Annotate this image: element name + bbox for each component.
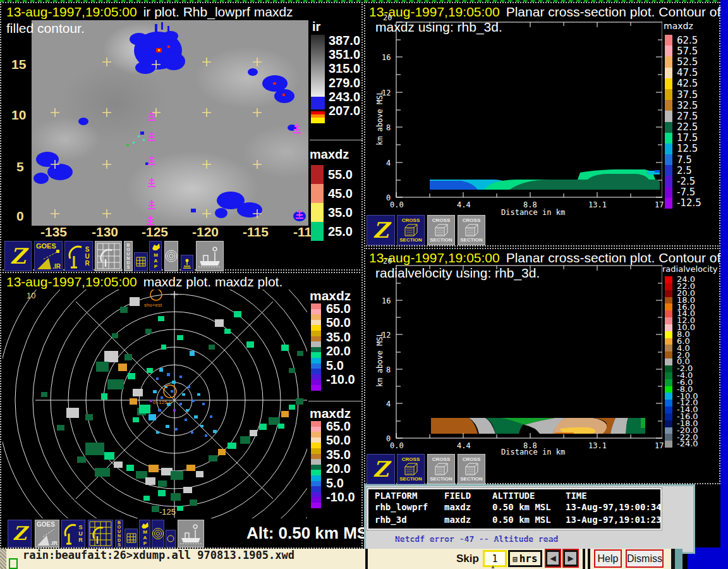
colorbar-swatch — [665, 420, 672, 427]
satellite-image[interactable] — [32, 20, 308, 226]
azimuth-rings-button[interactable] — [152, 520, 164, 548]
zebra-logo-icon: Z — [10, 245, 26, 267]
surface-radar-button[interactable]: SUR — [61, 520, 85, 548]
dismiss-button[interactable]: Dismiss — [626, 549, 664, 568]
terminal-command-line[interactable]: rain:beaufait:26>xdump.all 970813.1905.x… — [23, 549, 294, 561]
radar-grid-button[interactable] — [88, 520, 113, 548]
colorbar-tick: -24.0 — [677, 441, 698, 447]
hrs-units-button[interactable]: ▤ hrs — [508, 550, 542, 567]
azimuth-rings-button[interactable] — [164, 241, 178, 271]
cb-tick: 315.0 — [329, 62, 360, 75]
xtick: 17 — [655, 441, 664, 450]
cb-tick: 387.0 — [329, 34, 360, 47]
cross-section-button[interactable]: CROSS SECTION — [458, 215, 485, 245]
ir-colorbar-yellow — [311, 118, 325, 123]
ytick: 0 — [16, 209, 24, 224]
xsection-toolbar: Z CROSS SECTION CROSS SECTION CROSS — [365, 214, 722, 247]
marker-label: sho+est — [144, 302, 162, 308]
xtick: 4.4 — [457, 441, 471, 450]
origin-label: 0:-125-0 — [153, 400, 172, 405]
zebra-home-button[interactable]: Z — [367, 215, 395, 245]
help-button[interactable]: Help — [594, 549, 622, 568]
colorbar-swatch — [665, 297, 672, 304]
ir-plot-title: 13-aug-1997,19:05:00ir plot. Rhb_lowprf … — [6, 4, 293, 20]
colorbar-row: 35.0 — [311, 203, 353, 222]
colorbar-swatch — [665, 144, 672, 154]
section-label: SECTION — [399, 237, 422, 243]
colorbar-swatch — [665, 290, 672, 297]
ship-icon — [197, 245, 222, 267]
map-button[interactable]: MAP — [149, 241, 162, 271]
colorbar-row: 32.5 — [665, 100, 701, 111]
colorbar-swatch — [311, 358, 321, 364]
colorbar-swatch — [311, 320, 321, 326]
colorbar-row: -7.5 — [665, 187, 701, 198]
timestamp: 13-aug-1997,19:05:00 — [369, 250, 500, 265]
colorbar-row: 22.5 — [665, 122, 701, 133]
ship-button[interactable] — [196, 241, 224, 271]
window-edge — [675, 549, 682, 569]
xtick: -115 — [243, 224, 269, 240]
cross-section-button[interactable]: CROSS SECTION — [458, 454, 485, 484]
goes-ir-button[interactable]: GOES .IR — [35, 520, 59, 548]
ytick: 8 — [386, 123, 391, 132]
grid-button[interactable] — [134, 252, 148, 271]
altitude-value: 0.50 km MSL — [492, 502, 551, 512]
xsection-subtitle: radialvelocity using: rhb_3d. — [375, 266, 540, 281]
circle-button[interactable] — [166, 530, 176, 548]
dismiss-label: Dismiss — [627, 553, 662, 565]
colorbar-tick: 7.5 — [677, 154, 692, 166]
cross-section-button[interactable]: CROSS SECTION — [427, 454, 455, 484]
radar-dish-icon — [64, 521, 78, 546]
surface-radar-button[interactable]: SUR — [64, 241, 93, 271]
grid-button[interactable] — [124, 529, 138, 548]
cross-label: CROSS — [402, 217, 420, 223]
colorbar-swatch — [311, 470, 321, 475]
colorbar-row: 45.0 — [311, 184, 353, 203]
zebra-home-button[interactable]: Z — [367, 454, 395, 484]
ship-button[interactable] — [178, 520, 204, 548]
colorbar-swatch — [665, 393, 672, 400]
bounds-button[interactable]: BOUNDS — [124, 241, 133, 271]
ir-colorbar-label: ir — [312, 20, 320, 34]
sur-label: SUR — [84, 246, 90, 267]
radar-ppi[interactable] — [1, 273, 364, 520]
title-text: maxdz plot. maxdz plot. — [143, 274, 283, 289]
cross-label: CROSS — [432, 217, 450, 223]
zebra-home-button[interactable]: Z — [8, 520, 32, 548]
time-back-button[interactable]: ◀ — [545, 549, 561, 568]
buoy-button[interactable] — [181, 255, 193, 271]
cross-section-button-active[interactable]: CROSS SECTION — [397, 215, 425, 245]
colorbar-row: 2.5 — [665, 165, 701, 176]
colorbar-swatch — [311, 222, 324, 241]
colorbar-swatch — [665, 100, 672, 111]
zebra-home-button[interactable]: Z — [4, 241, 32, 271]
colorbar-tick: 2.5 — [677, 165, 692, 176]
bounds-button[interactable]: BOUNDS — [115, 520, 123, 548]
radar-grid-button[interactable] — [95, 241, 122, 271]
map-button[interactable]: MAP — [139, 520, 150, 548]
status-row: rhb_3d maxdz 0.50 km MSL 13-Aug-97,19:01… — [368, 515, 660, 527]
bounds-label: BOUNDS — [117, 520, 121, 547]
colorbar-tick: 42.5 — [677, 78, 698, 89]
time-forward-button[interactable]: ▶ — [562, 549, 579, 568]
title-text: ir plot. Rhb_lowprf maxdz — [143, 4, 293, 19]
netcdf-error-message: Netcdf error -47 -- Altitude read — [395, 534, 558, 544]
status-window: PLATFORM FIELD ALTITUDE TIME rhb_lowprf … — [364, 484, 695, 554]
colorbar-swatch — [311, 481, 321, 487]
colorbar-row: 27.5 — [665, 111, 701, 121]
colorbar-tick: 25.0 — [328, 224, 353, 239]
colorbar-tick: -2.5 — [677, 176, 695, 187]
radialvelocity-cb: 24.0 22.0 20.0 18.0 — [665, 276, 698, 448]
colorbar-tick: 20.0 — [326, 462, 355, 475]
colorbar-swatch — [665, 283, 672, 290]
xsection-toolbar: Z CROSS SECTION CROSS SECTION CROSS — [365, 453, 722, 486]
map-label: MAP — [153, 252, 158, 269]
colorbar-tick: -10.0 — [326, 491, 355, 503]
cross-section-button[interactable]: CROSS SECTION — [427, 215, 455, 245]
cross-section-button-active[interactable]: CROSS SECTION — [397, 454, 425, 484]
goes-ir-button[interactable]: GOES .IR — [34, 241, 63, 271]
title-text: Planar cross-section plot. Contour of — [506, 250, 721, 265]
terminal-cursor — [9, 558, 18, 569]
maxdz-cb-label: maxdz — [664, 21, 693, 31]
